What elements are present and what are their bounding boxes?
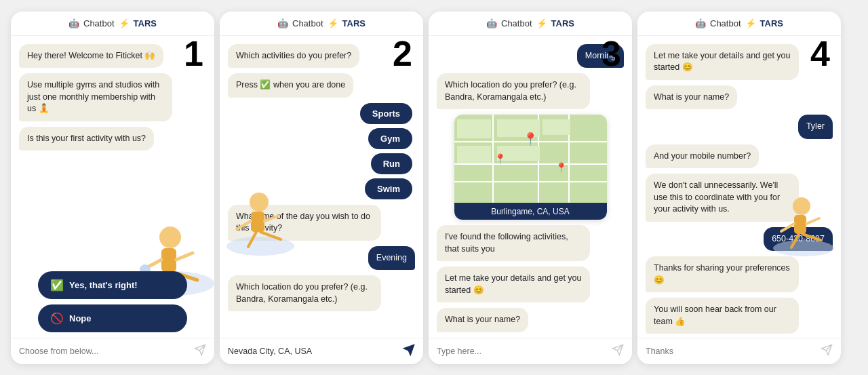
svg-line-4 (176, 253, 193, 260)
panel-2-tars-label: TARS (342, 18, 366, 28)
svg-rect-2 (161, 248, 176, 272)
map-pin: 📍 (523, 132, 538, 146)
map-pin-2: 📍 (494, 153, 506, 164)
panel-3-msg-4: What is your name? (437, 308, 528, 332)
panel-1-header: 🤖 Chatbot ⚡ TARS (11, 12, 214, 36)
panel-3-chat: Morning Which location do you prefer? (e… (429, 36, 632, 338)
panel-4-msg-2: What is your name? (646, 85, 737, 110)
panel-4-header: 🤖 Chatbot ⚡ TARS (637, 12, 841, 36)
panel-1-chatbot-label: Chatbot (83, 18, 115, 28)
panel-2-input[interactable] (228, 347, 397, 356)
swim-chip[interactable]: Swim (365, 178, 412, 199)
panel-4-phone-bubble: 650-430-8087 (764, 227, 833, 252)
lightning-icon-1: ⚡ (119, 18, 130, 28)
panel-3-send-btn[interactable] (612, 344, 624, 359)
bot-icon-2: 🤖 (277, 18, 288, 28)
panel-3-input-row (429, 338, 632, 364)
panel-3-number: 3 (601, 36, 621, 71)
map-pin-3: 📍 (555, 162, 567, 173)
panel-3-map-label: Burlingame, CA, USA (454, 203, 607, 220)
panel-4-input[interactable] (646, 347, 815, 356)
panel-4-msg-3: And your mobile number? (646, 144, 759, 169)
panel-4-tyler-bubble: Tyler (798, 115, 833, 139)
panel-3-tars-label: TARS (551, 18, 574, 28)
panel-4-chat: Let me take your details and get you sta… (637, 36, 841, 338)
panel-1-chat: Hey there! Welcome to Fiticket 🙌 Use mul… (11, 36, 214, 338)
panel-2-number: 2 (393, 36, 412, 71)
panel-4-msg-6: You will soon hear back from our team 👍 (646, 298, 799, 334)
panel-3-msg-1: Which location do you prefer? (e.g. Band… (437, 73, 590, 109)
panel-1-msg-3: Is this your first activity with us? (19, 127, 154, 151)
panel-3-msg-3: Let me take your details and get you sta… (437, 267, 590, 302)
no-icon: 🚫 (50, 312, 64, 325)
panel-2-msg-4: Which location do you prefer? (e.g. Band… (228, 275, 381, 311)
panel-2-msg-3: What time of the day you wish to do this… (228, 205, 381, 241)
panel-1-input[interactable] (19, 347, 189, 356)
run-chip[interactable]: Run (371, 153, 412, 174)
panel-2-send-btn[interactable] (403, 344, 415, 359)
panels-container: 🤖 Chatbot ⚡ TARS 1 Hey there! Welcome to… (0, 1, 868, 375)
panel-2: 🤖 Chatbot ⚡ TARS 2 Which activities do y… (220, 12, 423, 364)
svg-line-25 (806, 218, 819, 224)
panel-1-msg-1: Hey there! Welcome to Fiticket 🙌 (19, 44, 163, 68)
panel-1-tars-label: TARS (134, 18, 157, 28)
panel-3-chatbot-label: Chatbot (501, 18, 532, 28)
gym-chip[interactable]: Gym (368, 128, 412, 149)
panel-1-input-row (11, 338, 214, 364)
svg-line-3 (145, 260, 161, 269)
svg-marker-18 (404, 344, 414, 355)
lightning-icon-3: ⚡ (536, 18, 547, 28)
panel-3-map: 📍 📍 📍 (454, 115, 607, 203)
panel-2-msg-1: Which activities do you prefer? (228, 44, 359, 68)
panel-4-send-btn[interactable] (821, 344, 833, 359)
panel-3-msg-2: I've found the following activities, tha… (437, 225, 590, 261)
yes-button[interactable]: ✅ Yes, that's right! (38, 271, 187, 299)
bot-icon-3: 🤖 (486, 18, 497, 28)
bot-icon-1: 🤖 (68, 18, 79, 28)
panel-4-msg-4: We don't call unnecessarily. We'll use t… (646, 174, 799, 222)
panel-1: 🤖 Chatbot ⚡ TARS 1 Hey there! Welcome to… (11, 12, 214, 364)
panel-3-header: 🤖 Chatbot ⚡ TARS (429, 12, 632, 36)
panel-2-header: 🤖 Chatbot ⚡ TARS (220, 12, 423, 36)
bot-icon-4: 🤖 (695, 18, 706, 28)
panel-2-chat: Which activities do you prefer? Press ✅ … (220, 36, 423, 338)
lightning-icon-2: ⚡ (328, 18, 338, 28)
yes-label: Yes, that's right! (69, 280, 138, 290)
panel-2-input-row (220, 338, 423, 364)
yes-icon: ✅ (50, 279, 64, 292)
panel-4-input-row (637, 338, 841, 364)
panel-3: 🤖 Chatbot ⚡ TARS 3 Morning Which locatio… (429, 12, 632, 364)
panel-1-msg-2: Use multiple gyms and studios with just … (19, 73, 172, 121)
sports-chip[interactable]: Sports (360, 103, 412, 124)
lightning-icon-4: ⚡ (745, 18, 756, 28)
panel-4-chatbot-label: Chatbot (710, 18, 741, 28)
panel-4-msg-1: Let me take your details and get you sta… (646, 44, 799, 80)
no-button[interactable]: 🚫 Nope (38, 304, 187, 332)
panel-4: 🤖 Chatbot ⚡ TARS 4 Let me take your deta… (637, 12, 841, 364)
panel-3-map-wrapper: 📍 📍 📍 Burlingame, CA, USA (454, 115, 607, 220)
panel-4-msg-5: Thanks for sharing your preferences 😊 (646, 256, 799, 292)
panel-2-msg-2: Press ✅ when you are done (228, 73, 353, 98)
panel-3-input[interactable] (437, 347, 606, 356)
no-label: Nope (69, 313, 92, 323)
panel-4-tars-label: TARS (760, 18, 783, 28)
svg-point-1 (159, 226, 181, 248)
panel-1-number: 1 (184, 36, 203, 71)
panel-2-evening-bubble: Evening (368, 246, 415, 271)
panel-4-number: 4 (810, 36, 830, 71)
panel-1-send-btn[interactable] (194, 344, 206, 359)
panel-2-chatbot-label: Chatbot (292, 18, 323, 28)
